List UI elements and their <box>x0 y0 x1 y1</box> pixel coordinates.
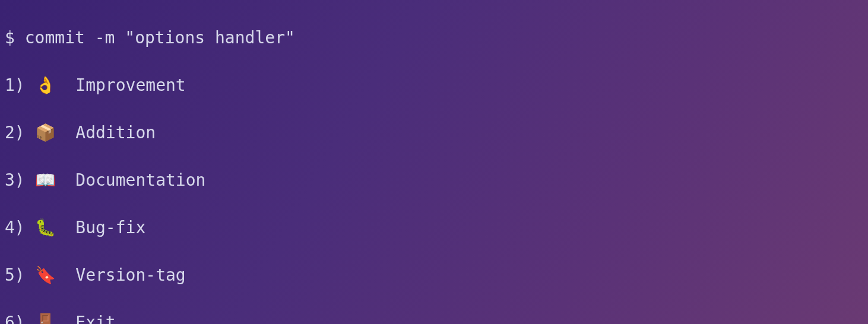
menu-label: Addition <box>75 123 156 142</box>
menu-label: Version-tag <box>75 265 185 285</box>
bookmark-icon: 🔖 <box>35 265 56 285</box>
menu-num: 3) <box>5 170 25 190</box>
menu-num: 4) <box>5 218 25 237</box>
menu-item-6: 6) 🚪 Exit <box>5 311 863 324</box>
menu-label: Bug-fix <box>75 218 145 237</box>
menu-item-5: 5) 🔖 Version-tag <box>5 263 863 287</box>
terminal-output[interactable]: $ commit -m "options handler" 1) 👌 Impro… <box>0 0 868 324</box>
menu-item-3: 3) 📖 Documentation <box>5 169 863 192</box>
menu-label: Exit <box>75 313 115 324</box>
menu-item-2: 2) 📦 Addition <box>5 121 863 145</box>
command-line: $ commit -m "options handler" <box>5 26 863 50</box>
prompt-symbol: $ <box>5 28 25 47</box>
ok-hand-icon: 👌 <box>35 75 56 95</box>
menu-item-1: 1) 👌 Improvement <box>5 74 863 97</box>
door-icon: 🚪 <box>35 313 56 324</box>
menu-item-4: 4) 🐛 Bug-fix <box>5 216 863 240</box>
bug-icon: 🐛 <box>35 218 56 237</box>
package-icon: 📦 <box>35 123 56 142</box>
book-icon: 📖 <box>35 170 56 190</box>
menu-label: Documentation <box>75 170 205 190</box>
menu-num: 6) <box>5 313 25 324</box>
menu-num: 1) <box>5 75 25 95</box>
command-text: commit -m "options handler" <box>25 28 295 47</box>
menu-num: 2) <box>5 123 25 142</box>
menu-label: Improvement <box>75 75 185 95</box>
menu-num: 5) <box>5 265 25 285</box>
